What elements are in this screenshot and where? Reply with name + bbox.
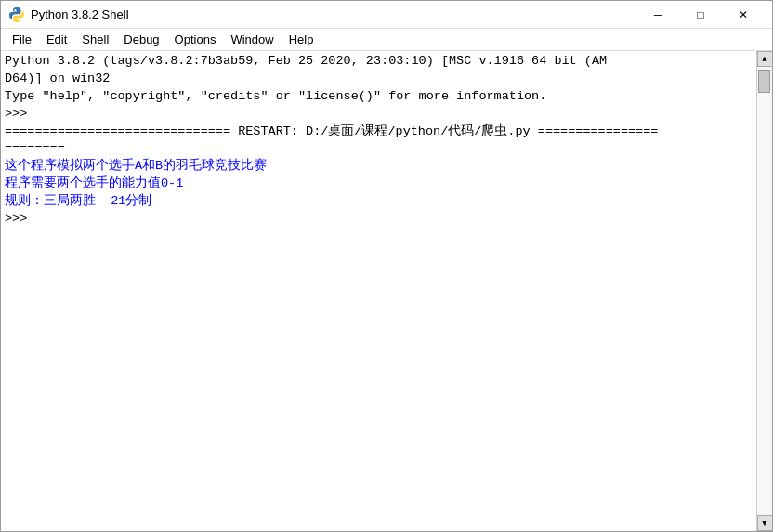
- restart-line-2: ========: [5, 140, 751, 158]
- content-area: Python 3.8.2 (tags/v3.8.2:7b3ab59, Feb 2…: [1, 51, 772, 531]
- menu-options[interactable]: Options: [167, 31, 224, 48]
- menu-window[interactable]: Window: [223, 31, 281, 48]
- title-bar-left: Python 3.8.2 Shell: [8, 6, 129, 23]
- scroll-track[interactable]: [757, 67, 772, 515]
- blue-line-2: 程序需要两个选手的能力值0-1: [5, 175, 751, 193]
- menu-edit[interactable]: Edit: [39, 31, 74, 48]
- blue-line-1: 这个程序模拟两个选手A和B的羽毛球竞技比赛: [5, 158, 751, 175]
- menu-help[interactable]: Help: [282, 31, 321, 48]
- title-bar: Python 3.8.2 Shell ─ □ ✕: [1, 1, 772, 29]
- vertical-scrollbar[interactable]: ▲ ▼: [756, 51, 772, 531]
- scroll-up-arrow[interactable]: ▲: [757, 51, 773, 67]
- scroll-thumb[interactable]: [758, 70, 770, 93]
- menu-debug[interactable]: Debug: [116, 31, 166, 48]
- prompt-1: >>>: [5, 106, 751, 123]
- scroll-down-arrow[interactable]: ▼: [757, 515, 773, 531]
- output-line-1: Python 3.8.2 (tags/v3.8.2:7b3ab59, Feb 2…: [5, 53, 751, 71]
- window-title: Python 3.8.2 Shell: [31, 7, 129, 21]
- blue-line-3: 规则：三局两胜——21分制: [5, 193, 751, 211]
- menu-file[interactable]: File: [5, 31, 39, 48]
- app-icon: [8, 6, 25, 23]
- title-bar-controls: ─ □ ✕: [636, 1, 765, 29]
- restart-line-1: ============================== RESTART: …: [5, 123, 751, 141]
- prompt-2: >>>: [5, 211, 751, 228]
- shell-text-area[interactable]: Python 3.8.2 (tags/v3.8.2:7b3ab59, Feb 2…: [1, 51, 756, 531]
- main-window: Python 3.8.2 Shell ─ □ ✕ File Edit Shell…: [0, 0, 773, 532]
- menu-shell[interactable]: Shell: [74, 31, 116, 48]
- output-line-2: D64)] on win32: [5, 71, 751, 88]
- minimize-button[interactable]: ─: [636, 1, 679, 29]
- menu-bar: File Edit Shell Debug Options Window Hel…: [1, 29, 772, 51]
- maximize-button[interactable]: □: [679, 1, 722, 29]
- output-line-3: Type "help", "copyright", "credits" or "…: [5, 88, 751, 106]
- close-button[interactable]: ✕: [722, 1, 765, 29]
